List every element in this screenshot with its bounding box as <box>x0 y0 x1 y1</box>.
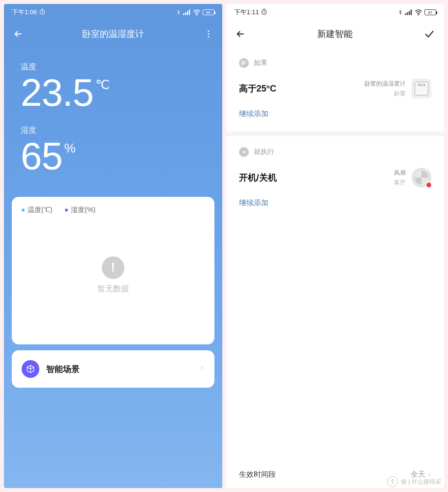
empty-text: 暂无数据 <box>97 284 129 294</box>
dot-icon <box>65 209 68 212</box>
svg-rect-12 <box>409 11 410 15</box>
chart-card: 温度(℃) 湿度(%) ! 暂无数据 <box>12 197 214 344</box>
status-bar: 下午1:06 88 <box>4 4 222 21</box>
then-section-label: 就执行 <box>239 147 432 157</box>
humidity-unit: % <box>64 142 75 154</box>
cube-icon <box>22 360 39 378</box>
page-title: 卧室的温湿度计 <box>25 28 202 40</box>
bluetooth-icon <box>398 9 403 16</box>
nav-bar: 卧室的温湿度计 <box>4 21 222 47</box>
svg-point-7 <box>208 33 209 35</box>
bluetooth-icon <box>176 9 181 16</box>
status-bar: 下午1:11 87 <box>226 4 445 21</box>
svg-point-14 <box>418 14 419 15</box>
confirm-button[interactable] <box>423 28 435 40</box>
more-button[interactable] <box>202 29 213 39</box>
sensor-detail-screen: 下午1:06 88 卧室的温湿度计 温度 23.5 <box>4 4 222 488</box>
watermark-text: 值 | 什么值得买 <box>401 478 441 486</box>
legend-temp: 温度(℃) <box>22 206 52 215</box>
arrow-left-icon <box>235 29 246 39</box>
action-text: 开机/关机 <box>239 172 388 184</box>
svg-rect-1 <box>183 13 184 15</box>
automation-create-screen: 下午1:11 87 新建智能 IF 如果 <box>226 4 445 488</box>
if-section-label: IF 如果 <box>239 58 432 68</box>
signal-icon <box>405 9 413 15</box>
humidity-label: 湿度 <box>21 125 206 136</box>
status-time: 下午1:06 <box>12 8 46 17</box>
alert-icon: ! <box>102 256 124 279</box>
sensor-device-icon: 26.8 <box>412 79 431 98</box>
temperature-block: 温度 23.5 ℃ <box>21 62 206 112</box>
battery-icon: 88 <box>203 9 214 15</box>
svg-rect-3 <box>187 11 188 15</box>
if-icon: IF <box>239 58 249 68</box>
legend-hum: 湿度(%) <box>65 206 95 215</box>
wifi-icon <box>193 9 201 15</box>
watermark: 值 | 什么值得买 <box>387 476 441 487</box>
chart-empty-state: ! 暂无数据 <box>22 215 205 336</box>
page-title: 新建智能 <box>247 28 424 40</box>
then-icon <box>239 147 249 157</box>
temperature-label: 温度 <box>21 62 206 72</box>
svg-rect-13 <box>411 9 412 15</box>
svg-point-5 <box>196 14 197 15</box>
svg-rect-2 <box>185 12 186 15</box>
chevron-right-icon <box>200 364 205 374</box>
dot-icon <box>22 209 25 212</box>
offline-badge-icon <box>425 182 432 188</box>
signal-icon <box>183 9 191 15</box>
condition-device: 卧室的温湿度计 卧室 <box>364 80 406 98</box>
nav-bar: 新建智能 <box>226 21 445 47</box>
chart-legend: 温度(℃) 湿度(%) <box>22 206 205 215</box>
action-row[interactable]: 开机/关机 风扇 客厅 <box>239 163 432 195</box>
svg-point-8 <box>208 36 209 37</box>
watermark-logo-icon <box>387 476 398 487</box>
wifi-icon <box>415 9 422 15</box>
status-icons: 87 <box>398 9 436 16</box>
check-icon <box>423 28 435 40</box>
add-action-button[interactable]: 继续添加 <box>239 195 432 217</box>
back-button[interactable] <box>235 29 247 39</box>
section-divider <box>226 131 445 136</box>
footer-label: 生效时间段 <box>239 470 276 479</box>
smart-scene-button[interactable]: 智能场景 <box>12 350 214 388</box>
status-icons: 88 <box>176 9 214 16</box>
arrow-left-icon <box>13 29 24 39</box>
temperature-value: 23.5 <box>21 73 93 112</box>
temperature-unit: ℃ <box>95 78 109 91</box>
svg-rect-4 <box>189 9 190 15</box>
svg-point-6 <box>208 31 209 32</box>
fan-device-icon <box>412 168 431 187</box>
condition-text: 高于25°C <box>239 83 359 94</box>
condition-row[interactable]: 高于25°C 卧室的温湿度计 卧室 26.8 <box>239 74 432 106</box>
readings: 温度 23.5 ℃ 湿度 65 % <box>4 47 222 194</box>
add-condition-button[interactable]: 继续添加 <box>239 106 432 128</box>
svg-rect-11 <box>407 12 408 15</box>
action-device: 风扇 客厅 <box>394 169 406 187</box>
humidity-value: 65 <box>21 137 62 175</box>
status-time: 下午1:11 <box>234 8 268 17</box>
back-button[interactable] <box>13 29 25 39</box>
scene-label: 智能场景 <box>46 364 193 375</box>
more-vertical-icon <box>204 29 213 39</box>
svg-rect-10 <box>405 13 406 15</box>
battery-icon: 87 <box>424 9 436 15</box>
humidity-block: 湿度 65 % <box>21 125 206 175</box>
